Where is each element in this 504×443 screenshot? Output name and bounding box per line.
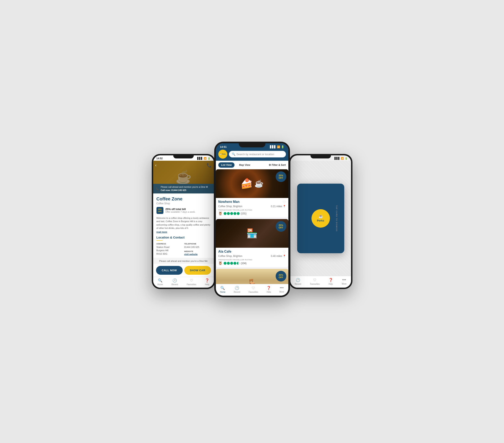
review-count-1: (104) <box>241 262 247 265</box>
telephone-label: TELEPHONE <box>184 243 211 245</box>
restaurant-card-0[interactable]: 🍰 ☕ 25% OFF Nowhere Man ♡ <box>216 169 288 217</box>
card-coffee-icon: ☕ <box>319 214 323 219</box>
card-body-1: Ala Cafe ♡ Coffee Shop, Brighton 0.40 mi… <box>216 248 288 267</box>
nav-fav-label: Favourites <box>249 291 258 293</box>
tripadvisor-icon-1: 🦉 <box>218 261 222 265</box>
offer-badge: 25% OFF <box>157 207 163 214</box>
address-value: Station Road Burgess Hill RH15 9DG <box>157 246 183 256</box>
star-5 <box>237 212 240 215</box>
restaurant-card-1[interactable]: 🏪 25% OFF Ala Cafe ♡ <box>216 219 288 267</box>
nav-more-label: More <box>342 283 346 285</box>
search-icon: 🔍 <box>232 153 235 156</box>
phone-icon: 📞 <box>156 187 159 190</box>
tripadvisor-label-1: TRIPADVISOR TRAVELLER RATING <box>218 259 286 261</box>
address-block: ADDRESS Station Road Burgess Hill RH15 9… <box>157 243 183 256</box>
help-icon: ❓ <box>328 278 333 282</box>
star-rating-0 <box>224 212 240 215</box>
right-nav-more[interactable]: ••• More <box>342 278 346 285</box>
left-body: Coffee Zone Coffee Shop 25% OFF 25% off … <box>153 194 214 258</box>
nav-fav-label: Favourites <box>310 283 320 285</box>
center-notch <box>239 142 265 147</box>
card-image-0: 🍰 ☕ 25% OFF <box>216 169 288 198</box>
perks-logo: ☕ Perks <box>218 150 227 159</box>
left-nav-recent[interactable]: 🕐 Recent <box>172 278 178 285</box>
favourite-icon-1[interactable]: ♡ <box>283 250 286 254</box>
help-icon: ❓ <box>267 286 271 290</box>
app-scene: 14:52 ▋▋▋ 📶 🔋 ☕ ‹ 📞 📞 <box>152 142 352 301</box>
membership-card-wrapper: ☕ Perks TAP CARD TO DISMISS <box>297 184 344 253</box>
left-hero-image: ☕ ‹ 📞 📞 Please call ahead and mention yo… <box>153 161 214 194</box>
left-nav-home[interactable]: 🔍 Home <box>158 278 163 285</box>
list-view-button[interactable]: List View <box>218 162 235 168</box>
nav-fav-label: Favourites <box>187 283 196 285</box>
card-sub-row-1: Coffee Shop, Brighton 0.40 miles 📍 <box>218 255 286 258</box>
tripadvisor-label-0: TRIPADVISOR TRAVELLER RATING <box>218 209 286 211</box>
help-icon: ❓ <box>205 278 209 283</box>
center-nav-more[interactable]: ••• More <box>279 286 284 293</box>
center-nav-favourites[interactable]: ♡ Favourites <box>249 286 258 293</box>
tap-dismiss-text: TAP CARD TO DISMISS <box>336 205 338 231</box>
website-link[interactable]: visit website <box>184 253 211 255</box>
right-nav-help[interactable]: ❓ Help <box>328 278 333 285</box>
card-name-0: Nowhere Man <box>218 200 240 204</box>
call-now-button[interactable]: CALL NOW <box>156 266 183 275</box>
website-label: WEBSITE <box>184 250 211 252</box>
search-placeholder: Search by restaurant or location <box>236 153 274 156</box>
left-phone: 14:52 ▋▋▋ 📶 🔋 ☕ ‹ 📞 📞 <box>152 154 215 289</box>
tripadvisor-icon-0: 🦉 <box>218 212 222 215</box>
right-notch <box>310 154 331 159</box>
left-time: 14:52 <box>157 157 163 160</box>
card-image-1: 🏪 25% OFF <box>216 219 288 248</box>
address-label: ADDRESS <box>157 243 183 245</box>
star-1 <box>224 212 227 215</box>
signal-icon: ▋▋▋ <box>197 157 203 160</box>
map-view-button[interactable]: Map View <box>236 162 253 168</box>
home-icon: 🔍 <box>158 278 162 283</box>
left-nav-help[interactable]: ❓ Help <box>205 278 209 285</box>
left-status-icons: ▋▋▋ 📶 🔋 <box>197 157 211 160</box>
left-nav-favourites[interactable]: ♡ Favourites <box>187 278 196 285</box>
nav-recent-label: Recent <box>234 291 240 293</box>
card-type-0: Coffee Shop, Brighton <box>218 205 242 208</box>
left-bottom-nav: 🔍 Home 🕐 Recent ♡ Favourites ❓ Help <box>153 277 214 288</box>
battery-icon: 🔋 <box>345 157 348 160</box>
offer-title: 25% off total bill <box>165 208 196 211</box>
call-ahead-banner: 📞 Please call ahead and mention you're a… <box>153 184 214 194</box>
wifi-icon: 📶 <box>204 157 207 160</box>
battery-icon: 🔋 <box>207 157 211 160</box>
nav-more-label: More <box>279 291 284 293</box>
right-status-icons: ▋▋▋ 📶 🔋 <box>334 157 348 160</box>
favourite-icon-0[interactable]: ♡ <box>283 200 286 205</box>
right-nav-favourites[interactable]: ♡ Favourites <box>310 278 320 285</box>
search-bar[interactable]: 🔍 Search by restaurant or location <box>229 151 286 158</box>
card-image-2: 🪑 25% OFF <box>216 269 288 284</box>
call-icon-top[interactable]: 📞 <box>207 163 212 168</box>
center-nav-recent[interactable]: 🕐 Recent <box>234 286 240 293</box>
recent-icon: 🕐 <box>235 286 239 290</box>
food-emoji-0: 🍰 <box>240 178 253 189</box>
right-phone: ▋▋▋ 📶 🔋 ☕ Perks TAP CARD <box>289 154 352 289</box>
right-phone-content: ▋▋▋ 📶 🔋 ☕ Perks TAP CARD <box>290 155 351 288</box>
restaurant-card-2[interactable]: 🪑 25% OFF <box>216 269 288 284</box>
back-button[interactable]: ‹ <box>155 163 157 167</box>
star-1 <box>224 262 227 265</box>
stars-row-1: 🦉 (104) <box>218 261 286 265</box>
favourites-icon: ♡ <box>313 278 316 282</box>
left-phone-content: 14:52 ▋▋▋ 📶 🔋 ☕ ‹ 📞 📞 <box>153 155 214 288</box>
center-nav-home[interactable]: 🔍 Home <box>220 286 225 293</box>
view-toggle: List View Map View ⚙ Filter & Sort <box>216 161 288 169</box>
card-display-area[interactable]: ☕ Perks TAP CARD TO DISMISS <box>290 161 351 276</box>
nav-home-label: Home <box>158 283 163 285</box>
center-nav-help[interactable]: ❓ Help <box>267 286 271 293</box>
offer-subtitle: Offer available 7 days a week. <box>165 211 196 213</box>
card-body-0: Nowhere Man ♡ Coffee Shop, Brighton 0.21… <box>216 198 288 217</box>
center-phone-inner: 14:51 ▋▋▋ 📶 🔋 ☕ Perks 🔍 <box>216 143 288 296</box>
description-text: Welcome to a coffee shop offering a love… <box>157 216 211 230</box>
star-4 <box>234 262 236 265</box>
read-more-link[interactable]: read more <box>157 231 211 233</box>
filter-sort-button[interactable]: ⚙ Filter & Sort <box>269 163 286 166</box>
show-card-button[interactable]: SHOW CAR <box>184 266 211 275</box>
review-count-0: (131) <box>241 212 247 215</box>
right-nav-recent[interactable]: 🕐 Recent <box>295 278 301 285</box>
center-time: 14:51 <box>220 145 227 148</box>
